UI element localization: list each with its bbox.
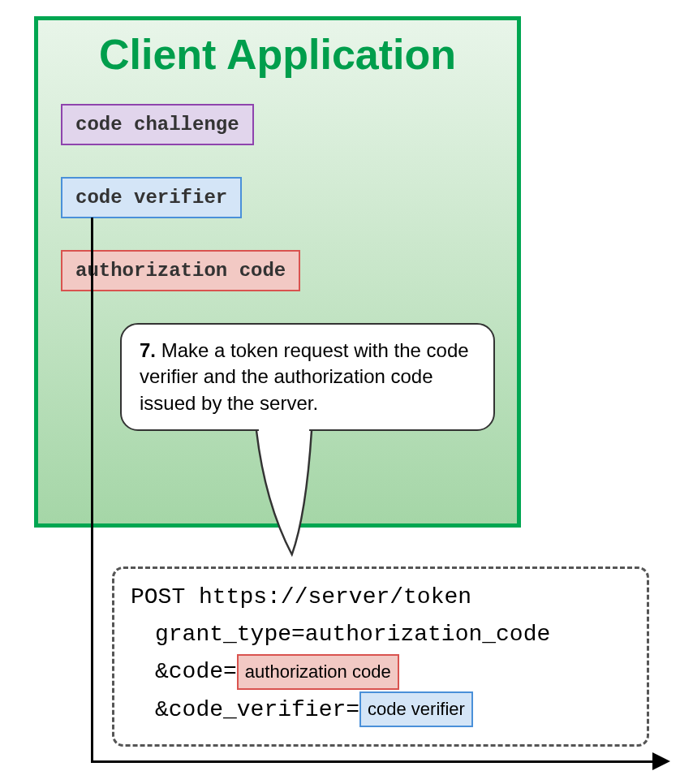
- step-text: Make a token request with the code verif…: [140, 339, 469, 414]
- param-code-chip: authorization code: [237, 654, 399, 690]
- param-code-prefix: &code=: [155, 659, 237, 684]
- flow-arrow-horizontal: [91, 760, 654, 763]
- client-app-title: Client Application: [38, 30, 517, 79]
- flow-arrowhead-icon: [652, 752, 670, 770]
- token-request: POST https://server/token grant_type=aut…: [112, 566, 649, 747]
- param-verifier-chip: code verifier: [359, 691, 473, 727]
- code-verifier-box: code verifier: [61, 177, 242, 218]
- step-annotation: 7. Make a token request with the code ve…: [120, 323, 495, 431]
- step-number: 7.: [140, 339, 156, 361]
- authorization-code-box: authorization code: [61, 250, 300, 291]
- flow-arrow-vertical: [91, 218, 93, 763]
- code-challenge-box: code challenge: [61, 104, 254, 145]
- param-grant-type: grant_type=authorization_code: [155, 622, 550, 647]
- param-verifier-prefix: &code_verifier=: [155, 697, 359, 722]
- request-url: POST https://server/token: [131, 579, 631, 616]
